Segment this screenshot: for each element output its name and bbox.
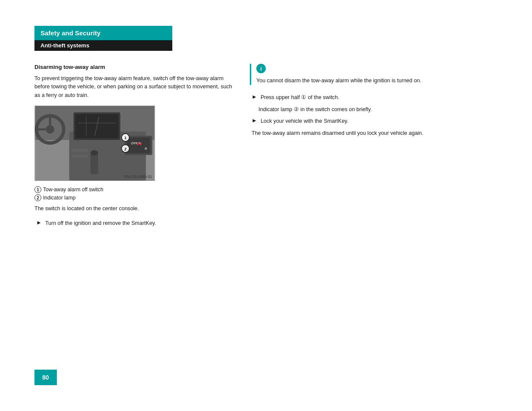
page-container: Safety and Security Anti-theft systems D…	[0, 0, 532, 411]
left-column: Disarming tow-away alarm To prevent trig…	[34, 64, 233, 231]
right-instruction-text-1: Press upper half ① of the switch.	[261, 93, 339, 102]
subsection-heading: Disarming tow-away alarm	[34, 64, 233, 70]
sub-instruction-1: Indicator lamp ② in the switch comes on …	[258, 106, 448, 114]
image-caption: P54.25-3480-31	[124, 174, 152, 179]
right-instruction-text-2: Lock your vehicle with the SmartKey.	[261, 117, 348, 125]
svg-text:🚗: 🚗	[137, 140, 142, 146]
page-number-box: 80	[34, 370, 57, 385]
info-icon: i	[256, 64, 266, 73]
arrow-icon-3: ►	[252, 117, 257, 124]
car-image: OFF 🚗	[34, 106, 155, 181]
section-title: Safety and Security	[40, 29, 100, 37]
location-text: The switch is located on the center cons…	[34, 205, 233, 213]
svg-text:1: 1	[124, 136, 127, 140]
info-text: You cannot disarm the tow-away alarm whi…	[256, 77, 448, 85]
caption-text-1: Tow-away alarm off switch	[43, 187, 103, 193]
subsection-bar: Anti-theft systems	[34, 40, 172, 51]
arrow-icon-2: ►	[252, 93, 257, 100]
svg-text:2: 2	[124, 147, 127, 151]
circle-label-1: 1	[34, 186, 41, 193]
svg-rect-9	[127, 137, 150, 153]
svg-point-16	[46, 125, 54, 134]
section-title-bar: Safety and Security	[34, 26, 172, 40]
info-box: i You cannot disarm the tow-away alarm w…	[250, 64, 448, 85]
final-text: The tow-away alarm remains disarmed unti…	[252, 129, 448, 137]
circle-label-2: 2	[34, 194, 41, 201]
svg-rect-13	[90, 153, 98, 174]
right-column: i You cannot disarm the tow-away alarm w…	[250, 64, 448, 231]
caption-text-2: Indicator lamp	[43, 195, 75, 201]
svg-point-14	[90, 150, 98, 156]
caption-line-2: 2 Indicator lamp	[34, 194, 233, 201]
svg-rect-19	[72, 149, 89, 152]
svg-point-12	[145, 147, 147, 150]
right-instruction-2: ► Lock your vehicle with the SmartKey.	[250, 117, 448, 125]
caption-line-1: 1 Tow-away alarm off switch	[34, 186, 233, 193]
subsection-title: Anti-theft systems	[40, 42, 89, 49]
page-number: 80	[42, 374, 49, 381]
body-text: To prevent triggering the tow-away alarm…	[34, 75, 233, 100]
arrow-icon-1: ►	[36, 219, 42, 226]
content-area: Disarming tow-away alarm To prevent trig…	[34, 64, 498, 231]
right-instruction-1: ► Press upper half ① of the switch.	[250, 93, 448, 102]
header-section: Safety and Security Anti-theft systems	[34, 26, 498, 51]
svg-rect-20	[72, 155, 89, 158]
instruction-text-1: Turn off the ignition and remove the Sma…	[45, 219, 156, 227]
instruction-item-1: ► Turn off the ignition and remove the S…	[34, 219, 233, 227]
